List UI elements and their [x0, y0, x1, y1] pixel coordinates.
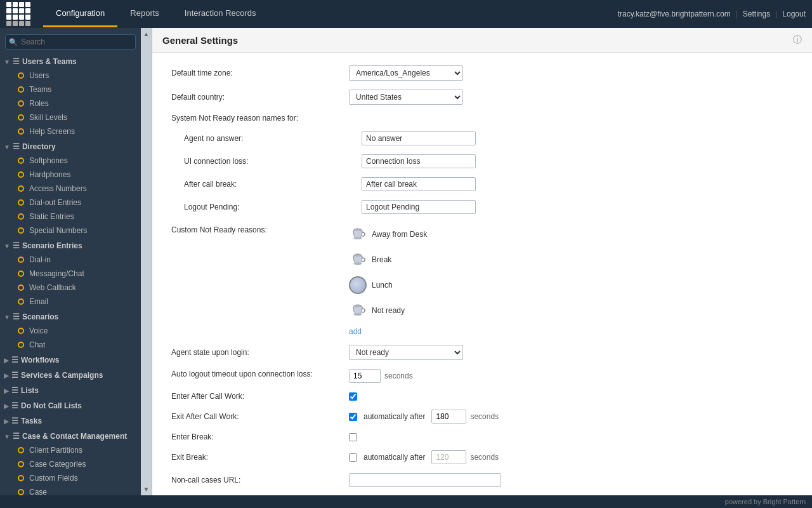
triangle-icon: ▼ — [4, 314, 10, 321]
group-header-scenarios[interactable]: ▼ ☰ Scenarios — [0, 310, 141, 324]
sidebar-item-users[interactable]: Users — [0, 69, 141, 83]
tab-configuration[interactable]: Configuration — [43, 1, 117, 27]
lunch-circle-icon — [349, 276, 367, 294]
exit-acw-seconds-input[interactable] — [431, 410, 466, 424]
settings-link[interactable]: Settings — [743, 10, 770, 18]
user-email: tracy.katz@five.brightpattern.com — [618, 10, 731, 18]
scroll-up-arrow[interactable]: ▲ — [142, 29, 151, 39]
svg-point-1 — [353, 237, 362, 239]
sidebar-item-roles[interactable]: Roles — [0, 97, 141, 110]
default-country-label: Default country: — [171, 93, 349, 102]
non-call-url-row: Non-call cases URL: — [171, 473, 793, 487]
group-header-services-campaigns[interactable]: ▶ ☰ Services & Campaigns — [0, 368, 141, 382]
sidebar-item-custom-fields[interactable]: Custom Fields — [0, 471, 141, 485]
sidebar-item-dial-out-entries[interactable]: Dial-out Entries — [0, 196, 141, 210]
exit-break-unit: seconds — [470, 453, 499, 462]
group-header-users-teams[interactable]: ▼ ☰ Users & Teams — [0, 55, 141, 69]
group-users-teams: ▼ ☰ Users & Teams Users Teams Roles Skil… — [0, 55, 141, 138]
group-tasks: ▶ ☰ Tasks — [0, 414, 141, 428]
exit-acw-label: Exit After Call Work: — [171, 412, 349, 421]
exit-acw-unit: seconds — [470, 412, 499, 421]
enter-break-checkbox[interactable] — [349, 433, 357, 441]
agent-no-answer-label: Agent no answer: — [184, 134, 362, 143]
sidebar-item-voice[interactable]: Voice — [0, 324, 141, 338]
exit-acw-auto-label: automatically after — [363, 412, 425, 421]
logout-pending-label: Logout Pending: — [184, 203, 362, 211]
group-header-workflows[interactable]: ▶ ☰ Workflows — [0, 353, 141, 367]
sidebar-item-client-partitions[interactable]: Client Partitions — [0, 443, 141, 457]
default-country-select[interactable]: United States — [349, 90, 463, 105]
sidebar-item-messaging-chat[interactable]: Messaging/Chat — [0, 267, 141, 281]
group-icon: ☰ — [13, 312, 20, 321]
tab-interaction-records[interactable]: Interaction Records — [172, 1, 269, 27]
sidebar-item-chat[interactable]: Chat — [0, 338, 141, 352]
default-timezone-row: Default time zone: America/Los_Angeles — [171, 65, 793, 81]
group-workflows: ▶ ☰ Workflows — [0, 353, 141, 367]
logout-pending-input[interactable] — [362, 200, 476, 214]
tab-reports[interactable]: Reports — [117, 1, 172, 27]
sidebar-item-case[interactable]: Case — [0, 485, 141, 495]
sidebar-item-special-numbers[interactable]: Special Numbers — [0, 224, 141, 237]
group-header-do-not-call[interactable]: ▶ ☰ Do Not Call Lists — [0, 399, 141, 413]
exit-break-row: Exit Break: automatically after seconds — [171, 450, 793, 464]
ui-connection-loss-row: UI connection loss: — [184, 154, 793, 168]
agent-no-answer-row: Agent no answer: — [184, 131, 793, 145]
group-do-not-call: ▶ ☰ Do Not Call Lists — [0, 399, 141, 413]
triangle-icon: ▼ — [4, 243, 10, 250]
add-reason-link[interactable]: add — [349, 327, 427, 336]
group-header-directory[interactable]: ▼ ☰ Directory — [0, 140, 141, 154]
sidebar-item-email[interactable]: Email — [0, 295, 141, 309]
sidebar-item-skill-levels[interactable]: Skill Levels — [0, 110, 141, 124]
sidebar-item-case-categories[interactable]: Case Categories — [0, 457, 141, 471]
group-scenario-entries: ▼ ☰ Scenario Entries Dial-in Messaging/C… — [0, 239, 141, 309]
default-timezone-control: America/Los_Angeles — [349, 65, 793, 81]
group-icon: ☰ — [13, 57, 20, 66]
enter-acw-checkbox[interactable] — [349, 392, 357, 401]
sidebar-item-teams[interactable]: Teams — [0, 83, 141, 97]
ui-connection-loss-input[interactable] — [362, 154, 476, 168]
sidebar-item-access-numbers[interactable]: Access Numbers — [0, 182, 141, 196]
group-icon: ☰ — [13, 142, 20, 151]
after-call-break-input[interactable] — [362, 177, 476, 191]
search-input[interactable] — [5, 34, 136, 50]
reason-not-ready-label: Not ready — [372, 306, 405, 315]
group-lists: ▶ ☰ Lists — [0, 384, 141, 398]
exit-acw-checkbox[interactable] — [349, 413, 357, 421]
sidebar-item-web-callback[interactable]: Web Callback — [0, 281, 141, 295]
group-header-scenario-entries[interactable]: ▼ ☰ Scenario Entries — [0, 239, 141, 253]
exit-break-control: automatically after seconds — [349, 450, 499, 464]
sidebar-item-static-entries[interactable]: Static Entries — [0, 210, 141, 224]
group-header-lists[interactable]: ▶ ☰ Lists — [0, 384, 141, 398]
auto-logout-control: seconds — [349, 369, 413, 383]
group-header-tasks[interactable]: ▶ ☰ Tasks — [0, 414, 141, 428]
sidebar-item-dial-in[interactable]: Dial-in — [0, 253, 141, 267]
cup-svg — [350, 303, 365, 318]
logout-link[interactable]: Logout — [782, 10, 806, 18]
triangle-icon: ▼ — [4, 58, 10, 65]
group-header-case-contact[interactable]: ▼ ☰ Case & Contact Management — [0, 429, 141, 443]
custom-not-ready-section: Custom Not Ready reasons: — [171, 223, 793, 336]
triangle-icon: ▼ — [4, 144, 10, 150]
reason-break-label: Break — [372, 255, 391, 264]
main-layout: 🔍 ▼ ☰ Users & Teams Users Teams Roles Sk… — [0, 28, 812, 495]
sidebar-item-softphones[interactable]: Softphones — [0, 154, 141, 168]
scroll-down-arrow[interactable]: ▼ — [142, 485, 151, 494]
reason-lunch-label: Lunch — [372, 281, 393, 290]
search-box: 🔍 — [5, 34, 136, 50]
search-icon: 🔍 — [9, 38, 18, 46]
enter-break-label: Enter Break: — [171, 432, 349, 441]
agent-state-select[interactable]: Not ready — [349, 345, 463, 360]
exit-break-label: Exit Break: — [171, 453, 349, 462]
exit-break-checkbox[interactable] — [349, 453, 357, 462]
default-timezone-select[interactable]: America/Los_Angeles — [349, 65, 463, 81]
exit-break-seconds-input[interactable] — [431, 450, 466, 464]
help-icon[interactable]: ⓘ — [793, 34, 802, 46]
auto-logout-input[interactable] — [349, 369, 381, 383]
group-icon: ☰ — [11, 386, 18, 395]
svg-point-3 — [353, 262, 362, 265]
system-not-ready-header-row: System Not Ready reason names for: — [171, 114, 793, 123]
sidebar-item-hardphones[interactable]: Hardphones — [0, 168, 141, 182]
sidebar-item-help-screens[interactable]: Help Screens — [0, 124, 141, 138]
non-call-url-input[interactable] — [349, 473, 501, 487]
agent-no-answer-input[interactable] — [362, 131, 476, 145]
